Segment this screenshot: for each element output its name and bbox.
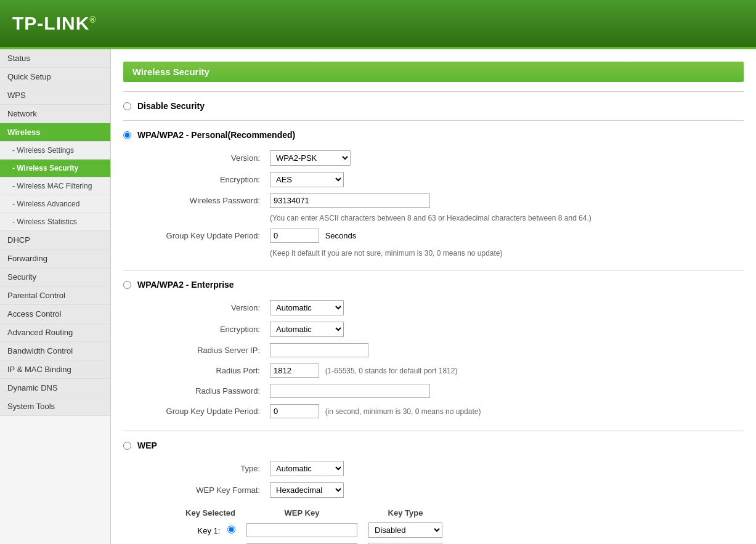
wep-format-label: WEP Key Format: (142, 479, 265, 501)
sidebar-item-forwarding[interactable]: Forwarding (0, 250, 110, 268)
sidebar: StatusQuick SetupWPSNetworkWireless- Wir… (0, 49, 111, 544)
logo: TP-LINK® (12, 13, 97, 34)
wep-format-select[interactable]: Hexadecimal ASCII (270, 482, 344, 498)
col-key-selected-header: Key Selected (142, 506, 240, 520)
sidebar-item-dhcp[interactable]: DHCP (0, 231, 110, 250)
page-title: Wireless Security (123, 62, 744, 82)
sidebar-item-ip-mac-binding[interactable]: IP & MAC Binding (0, 360, 110, 379)
wep-keys-table: Key Selected WEP Key Key Type Key 1: (142, 506, 447, 544)
disable-security-radio[interactable] (123, 102, 131, 110)
wep-type-select[interactable]: Automatic Open System Shared Key (270, 461, 344, 476)
sidebar-item-wireless-advanced[interactable]: - Wireless Advanced (0, 195, 110, 213)
sidebar-item-network[interactable]: Network (0, 105, 110, 123)
sidebar-item-wireless[interactable]: Wireless (0, 123, 110, 142)
wep-form: Type: Automatic Open System Shared Key W… (142, 458, 756, 501)
wep-label: WEP (137, 440, 157, 450)
sidebar-item-wireless-mac-filtering[interactable]: - Wireless MAC Filtering (0, 177, 110, 195)
radius-password-input[interactable] (270, 384, 430, 398)
wpa-personal-group-key-input[interactable] (270, 229, 319, 243)
wep-radio[interactable] (123, 442, 131, 450)
wep-key2-row: Key 2: Disabled 64bit 128bit 152bit (142, 540, 447, 544)
logo-reg: ® (89, 15, 96, 25)
wpa-enterprise-section: WPA/WPA2 - Enterprise Version: Automatic… (123, 280, 744, 421)
sidebar-item-wireless-settings[interactable]: - Wireless Settings (0, 142, 110, 160)
disable-security-section: Disable Security (123, 101, 744, 111)
ent-group-key-hint: (in second, minimum is 30, 0 means no up… (325, 407, 481, 416)
wep-key1-label: Key 1: (198, 526, 221, 535)
wpa-group-key-label: Group Key Update Period: (142, 225, 265, 246)
logo-text: TP-LINK (12, 13, 89, 33)
wpa-group-key-unit: Seconds (325, 231, 357, 240)
sidebar-item-dynamic-dns[interactable]: Dynamic DNS (0, 379, 110, 397)
wpa-personal-encryption-select[interactable]: AES TKIP AES/TKIP (270, 172, 344, 187)
wpa-encryption-label: Encryption: (142, 169, 265, 190)
col-key-type-header: Key Type (364, 506, 447, 520)
sidebar-item-system-tools[interactable]: System Tools (0, 397, 110, 416)
sidebar-item-wireless-statistics[interactable]: - Wireless Statistics (0, 213, 110, 231)
wep-key1-type-select[interactable]: Disabled 64bit 128bit 152bit (368, 522, 442, 538)
wpa-enterprise-form: Version: Automatic WPA WPA2 Encryption: … (142, 297, 756, 421)
ent-radius-password-label: Radius Password: (142, 381, 265, 401)
sidebar-item-security[interactable]: Security (0, 268, 110, 286)
ent-radius-ip-label: Radius Server IP: (142, 340, 265, 360)
wpa-password-label: Wireless Password: (142, 190, 265, 211)
ent-radius-port-label: Radius Port: (142, 360, 265, 381)
sidebar-item-advanced-routing[interactable]: Advanced Routing (0, 323, 110, 342)
sidebar-item-parental-control[interactable]: Parental Control (0, 286, 110, 305)
wpa-personal-section: WPA/WPA2 - Personal(Recommended) Version… (123, 130, 744, 261)
ent-group-key-label: Group Key Update Period: (142, 401, 265, 421)
header: TP-LINK® (0, 0, 756, 49)
wpa-group-key-hint: (Keep it default if you are not sure, mi… (265, 246, 756, 261)
radius-server-ip-input[interactable] (270, 343, 368, 357)
wpa-enterprise-encryption-select[interactable]: Automatic AES TKIP (270, 322, 344, 337)
wpa-personal-password-input[interactable] (270, 193, 430, 208)
sidebar-item-status[interactable]: Status (0, 49, 110, 68)
main-content: Wireless Security Disable Security WPA/W… (111, 49, 756, 544)
wpa-personal-radio[interactable] (123, 131, 131, 139)
wep-key1-row: Key 1: Disabled 64bit 128bit 152bit (142, 520, 447, 540)
wep-type-label: Type: (142, 458, 265, 479)
wpa-personal-label: WPA/WPA2 - Personal(Recommended) (137, 130, 295, 140)
wep-key1-radio[interactable] (227, 526, 235, 534)
wpa-enterprise-label: WPA/WPA2 - Enterprise (137, 280, 234, 290)
disable-security-label: Disable Security (137, 101, 205, 111)
wpa-version-label: Version: (142, 147, 265, 169)
wpa-enterprise-radio[interactable] (123, 281, 131, 289)
sidebar-item-bandwidth-control[interactable]: Bandwidth Control (0, 342, 110, 360)
ent-radius-port-hint: (1-65535, 0 stands for default port 1812… (325, 367, 458, 375)
wpa-enterprise-version-select[interactable]: Automatic WPA WPA2 (270, 300, 344, 315)
wpa-personal-form: Version: WPA-PSK WPA2-PSK WPA/WPA2-PSK E… (142, 147, 756, 261)
sidebar-item-access-control[interactable]: Access Control (0, 305, 110, 323)
ent-group-key-input[interactable] (270, 404, 319, 418)
ent-version-label: Version: (142, 297, 265, 319)
wep-section: WEP Type: Automatic Open System Shared K… (123, 440, 744, 544)
wep-key1-input[interactable] (246, 523, 357, 537)
wpa-personal-version-select[interactable]: WPA-PSK WPA2-PSK WPA/WPA2-PSK (270, 150, 351, 166)
col-wep-key-header: WEP Key (240, 506, 364, 520)
wpa-password-hint: (You can enter ASCII characters between … (265, 211, 756, 225)
radius-port-input[interactable] (270, 363, 319, 378)
sidebar-item-quick-setup[interactable]: Quick Setup (0, 68, 110, 86)
sidebar-item-wireless-security[interactable]: - Wireless Security (0, 160, 110, 177)
ent-encryption-label: Encryption: (142, 319, 265, 340)
sidebar-item-wps[interactable]: WPS (0, 86, 110, 105)
